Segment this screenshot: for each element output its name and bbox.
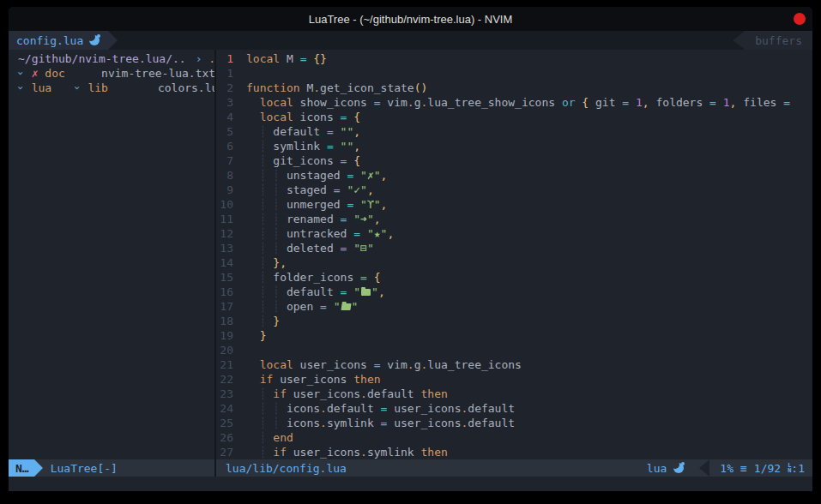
code-line[interactable]: 2function M.get_icon_state() — [216, 81, 812, 95]
code-line[interactable]: 1 — [216, 66, 812, 81]
line-number: 8 — [216, 168, 233, 183]
code-line[interactable]: 4 local icons = { — [216, 110, 812, 124]
buffers-segment[interactable]: buffers — [733, 31, 812, 50]
tree-item-lib[interactable]: › lib — [51, 81, 108, 94]
tree-statusline: N… LuaTree[-] — [9, 459, 214, 477]
line-number: 16 — [216, 285, 233, 299]
line-number: 26 — [216, 430, 233, 445]
command-line[interactable] — [9, 477, 812, 491]
folder-open-icon — [341, 303, 351, 310]
line-number: 22 — [216, 372, 233, 387]
tree-item-.github[interactable]: › .github — [186, 52, 214, 65]
code-line[interactable]: 10 ┊ ┊ unmerged = "ϒ", — [216, 197, 812, 212]
code-buffer: 1local M = {}12function M.get_icon_state… — [216, 50, 812, 459]
code-line[interactable]: 23 ┊ if user_icons.default then — [216, 387, 812, 401]
line-number: 5 — [216, 124, 233, 139]
code-line[interactable]: 24 ┊ ┊ icons.default = user_icons.defaul… — [216, 401, 812, 416]
chevron-down-icon[interactable]: › — [75, 81, 81, 94]
main-statusline: lua/lib/config.lua lua 1% ≡ 1/92 LN :1 — [216, 459, 812, 477]
line-number: 21 — [216, 357, 233, 372]
tree-root[interactable]: ~/github/nvim-tree.lua/.. — [9, 52, 186, 65]
line-number: 19 — [216, 328, 233, 343]
code-line[interactable]: 9 ┊ ┊ staged = "✓", — [216, 183, 812, 197]
chevron-right-icon[interactable]: › — [196, 52, 202, 65]
line-position: 1/92 — [754, 462, 781, 475]
statusline-right: lua 1% ≡ 1/92 LN :1 — [647, 459, 812, 477]
buffers-label: buffers — [755, 34, 802, 47]
line-number: 11 — [216, 212, 233, 226]
folder-label: doc — [45, 67, 64, 80]
line-number: 20 — [216, 343, 233, 357]
line-number: 17 — [216, 299, 233, 314]
code-line[interactable]: 7 ┊ git_icons = { — [216, 153, 812, 168]
file-label: nvim-tree-lua.txt — [101, 67, 214, 80]
folder-label: .github — [208, 52, 214, 65]
main-area: ~/github/nvim-tree.lua/..› .github› ✗ do… — [9, 50, 812, 459]
line-number: 1 — [216, 66, 233, 81]
line-number: 15 — [216, 270, 233, 285]
close-button[interactable] — [794, 13, 806, 25]
file-label: colors.lua — [158, 81, 214, 94]
line-number: 14 — [216, 255, 233, 270]
lua-icon — [89, 35, 100, 45]
code-line[interactable]: 20 — [216, 343, 812, 357]
tree-item-colors.lua[interactable]: colors.lua — [108, 81, 214, 94]
window-title: LuaTree - (~/github/nvim-tree.lua) - NVI… — [309, 13, 513, 26]
title-bar[interactable]: LuaTree - (~/github/nvim-tree.lua) - NVI… — [9, 7, 812, 31]
nvim-window: LuaTree - (~/github/nvim-tree.lua) - NVI… — [9, 7, 812, 491]
scroll-percent: 1% — [720, 462, 733, 475]
folder-closed-icon — [361, 289, 371, 296]
line-number: 6 — [216, 139, 233, 153]
code-line[interactable]: 11 ┊ ┊ renamed = "➜", — [216, 212, 812, 226]
code-line[interactable]: 17 ┊ ┊ open = "" — [216, 299, 812, 314]
tree-item-lua[interactable]: › lua — [9, 81, 51, 94]
line-number: 9 — [216, 183, 233, 197]
tree-item-nvim-tree-lua.txt[interactable]: nvim-tree-lua.txt — [65, 67, 214, 80]
code-line[interactable]: 21 local user_icons = vim.g.lua_tree_ico… — [216, 357, 812, 372]
code-line[interactable]: 3 local show_icons = vim.g.lua_tree_show… — [216, 95, 812, 110]
code-line[interactable]: 25 ┊ ┊ icons.symlink = user_icons.defaul… — [216, 416, 812, 430]
code-line[interactable]: 18 ┊ } — [216, 314, 812, 328]
code-line[interactable]: 5 ┊ default = "", — [216, 124, 812, 139]
folder-label: lib — [88, 81, 107, 94]
tree-item-doc[interactable]: › ✗ doc — [9, 67, 65, 80]
code-line[interactable]: 13 ┊ ┊ deleted = "⊟" — [216, 241, 812, 255]
code-line[interactable]: 22 if user_icons then — [216, 372, 812, 387]
lua-icon — [673, 463, 684, 473]
line-number: 13 — [216, 241, 233, 255]
mode-badge: N… — [9, 459, 34, 477]
line-number: 12 — [216, 226, 233, 241]
mode-badge-arrow — [34, 459, 43, 477]
code-line[interactable]: 12 ┊ ┊ untracked = "★", — [216, 226, 812, 241]
lines-icon: ≡ — [740, 462, 747, 475]
tab-arrow-separator — [108, 31, 118, 50]
code-line[interactable]: 14 ┊ }, — [216, 255, 812, 270]
line-number: 1 — [216, 51, 233, 66]
code-line[interactable]: 8 ┊ ┊ unstaged = "✗", — [216, 168, 812, 183]
code-line[interactable]: 27 ┊ if user_icons.symlink then — [216, 445, 812, 459]
code-line[interactable]: 16 ┊ ┊ default = "", — [216, 285, 812, 299]
statusline: N… LuaTree[-] lua/lib/config.lua lua 1% … — [9, 459, 812, 477]
statusline-arrow-separator — [699, 459, 709, 477]
line-number: 3 — [216, 95, 233, 110]
folder-label: lua — [32, 81, 51, 94]
code-line[interactable]: 26 ┊ end — [216, 430, 812, 445]
line-number: 27 — [216, 445, 233, 459]
line-number: 10 — [216, 197, 233, 212]
filetype-label: lua — [647, 462, 667, 475]
code-line[interactable]: 6 ┊ symlink = "", — [216, 139, 812, 153]
tabline: config.lua buffers — [9, 31, 812, 50]
statusline-file-path: lua/lib/config.lua — [226, 462, 347, 475]
line-number: 4 — [216, 110, 233, 124]
line-number: 18 — [216, 314, 233, 328]
tab-config-lua[interactable]: config.lua — [9, 31, 108, 50]
chevron-down-icon[interactable]: › — [18, 67, 25, 80]
line-number: 7 — [216, 153, 233, 168]
code-line[interactable]: 15 ┊ folder_icons = { — [216, 270, 812, 285]
line-number: 2 — [216, 81, 233, 95]
chevron-down-icon[interactable]: › — [18, 81, 25, 94]
code-line[interactable]: 1local M = {} — [216, 51, 812, 66]
code-line[interactable]: 19 } — [216, 328, 812, 343]
line-number: 23 — [216, 387, 233, 401]
tree-statusline-label: LuaTree[-] — [51, 462, 118, 475]
